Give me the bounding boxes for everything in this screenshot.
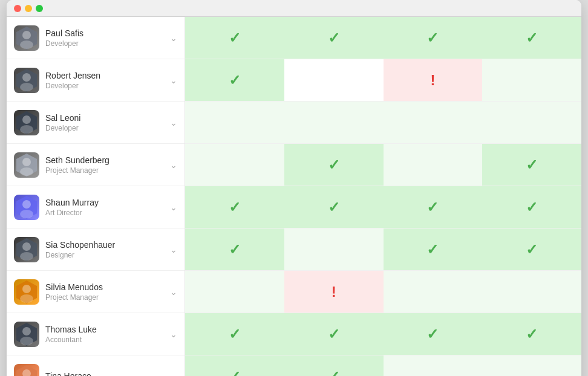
person-role-6: Designer xyxy=(45,251,164,259)
grid-rows: ✓✓✓✓✓!✓✓✓✓✓✓✓✓✓!✓✓✓✓✓✓ xyxy=(185,17,581,376)
svg-point-8 xyxy=(20,125,33,134)
grid-row-7: ! xyxy=(185,271,581,313)
svg-point-7 xyxy=(22,115,31,124)
check-icon: ✓ xyxy=(526,241,538,258)
svg-point-5 xyxy=(20,83,33,91)
people-panel: Paul SafisDeveloper⌄ Robert JensenDevelo… xyxy=(7,17,185,376)
check-icon: ✓ xyxy=(229,199,241,216)
chevron-icon-1[interactable]: ⌄ xyxy=(170,33,177,43)
grid-cell-7-2: ! xyxy=(284,271,384,313)
avatar-8 xyxy=(14,322,39,347)
grid-cell-2-2 xyxy=(284,59,384,101)
person-row-9[interactable]: Tina Horace⌄ xyxy=(7,355,185,376)
person-info-1: Paul SafisDeveloper xyxy=(45,28,164,48)
person-row-8[interactable]: Thomas LukeAccountant⌄ xyxy=(7,313,185,355)
chevron-icon-6[interactable]: ⌄ xyxy=(170,245,177,254)
check-icon: ✓ xyxy=(426,326,439,343)
chevron-icon-7[interactable]: ⌄ xyxy=(170,287,177,297)
grid-cell-2-4 xyxy=(482,59,581,101)
check-icon: ✓ xyxy=(328,368,340,377)
svg-point-23 xyxy=(20,337,33,345)
chevron-icon-3[interactable]: ⌄ xyxy=(170,118,177,128)
check-icon: ✓ xyxy=(328,199,340,216)
grid-cell-3-1 xyxy=(185,102,284,143)
grid-row-8: ✓✓✓✓ xyxy=(185,313,581,355)
person-name-3: Sal Leoni xyxy=(45,113,164,123)
svg-point-1 xyxy=(22,31,31,39)
grid-cell-1-1: ✓ xyxy=(185,17,284,59)
person-role-1: Developer xyxy=(45,39,164,48)
person-row-7[interactable]: Silvia MenudosProject Manager⌄ xyxy=(7,271,185,313)
person-role-5: Art Director xyxy=(45,209,164,217)
person-row-3[interactable]: Sal LeoniDeveloper⌄ xyxy=(7,102,185,144)
person-name-7: Silvia Menudos xyxy=(45,282,164,292)
avatar-3 xyxy=(14,110,39,135)
svg-point-4 xyxy=(22,73,31,82)
grid-row-2: ✓! xyxy=(185,59,581,102)
svg-point-10 xyxy=(22,158,31,166)
check-icon: ✓ xyxy=(526,326,538,343)
person-info-2: Robert JensenDeveloper xyxy=(45,71,164,90)
person-info-7: Silvia MenudosProject Manager xyxy=(45,282,164,302)
titlebar xyxy=(7,0,581,17)
person-role-8: Accountant xyxy=(45,335,164,344)
grid-row-1: ✓✓✓✓ xyxy=(185,17,581,59)
app-window: Paul SafisDeveloper⌄ Robert JensenDevelo… xyxy=(7,0,581,376)
grid-cell-7-3 xyxy=(384,271,483,313)
grid-cell-7-4 xyxy=(482,271,581,313)
check-icon: ✓ xyxy=(229,326,241,343)
person-role-2: Developer xyxy=(45,82,164,90)
person-role-4: Project Manager xyxy=(45,166,164,175)
check-icon: ✓ xyxy=(426,199,439,216)
person-row-4[interactable]: Seth SunderbergProject Manager⌄ xyxy=(7,144,185,186)
maximize-button[interactable] xyxy=(36,5,43,12)
chevron-icon-5[interactable]: ⌄ xyxy=(170,203,177,212)
svg-point-19 xyxy=(22,285,31,293)
grid-row-4: ✓✓ xyxy=(185,144,581,186)
grid-cell-4-1 xyxy=(185,144,284,186)
grid-cell-7-1 xyxy=(185,271,284,313)
grid-row-3 xyxy=(185,102,581,144)
grid-cell-6-3: ✓ xyxy=(384,229,483,270)
check-icon: ✓ xyxy=(426,30,439,47)
check-icon: ✓ xyxy=(229,241,241,258)
grid-cell-5-4: ✓ xyxy=(482,186,581,228)
person-role-3: Developer xyxy=(45,124,164,132)
grid-cell-6-1: ✓ xyxy=(185,229,284,270)
chevron-icon-9[interactable]: ⌄ xyxy=(170,372,177,377)
grid-cell-8-1: ✓ xyxy=(185,313,284,355)
grid-cell-4-4: ✓ xyxy=(482,144,581,186)
chevron-icon-2[interactable]: ⌄ xyxy=(170,76,177,85)
grid-panel: ✓✓✓✓✓!✓✓✓✓✓✓✓✓✓!✓✓✓✓✓✓ xyxy=(185,17,581,376)
avatar-6 xyxy=(14,237,39,262)
svg-point-14 xyxy=(20,210,33,218)
person-row-5[interactable]: Shaun MurrayArt Director⌄ xyxy=(7,186,185,229)
grid-cell-4-3 xyxy=(384,144,483,186)
svg-point-2 xyxy=(20,41,33,49)
grid-cell-5-3: ✓ xyxy=(384,186,483,228)
grid-cell-8-2: ✓ xyxy=(284,313,384,355)
check-icon: ✓ xyxy=(229,72,241,89)
check-icon: ✓ xyxy=(526,30,538,47)
close-button[interactable] xyxy=(14,5,21,12)
grid-cell-6-2 xyxy=(284,229,384,270)
grid-cell-5-2: ✓ xyxy=(284,186,384,228)
grid-cell-9-1: ✓ xyxy=(185,355,284,376)
warning-icon: ! xyxy=(430,72,435,89)
grid-cell-1-3: ✓ xyxy=(384,17,483,59)
grid-cell-3-4 xyxy=(482,102,581,143)
chevron-icon-4[interactable]: ⌄ xyxy=(170,160,177,170)
grid-cell-4-2: ✓ xyxy=(284,144,384,186)
person-row-1[interactable]: Paul SafisDeveloper⌄ xyxy=(7,17,185,59)
chevron-icon-8[interactable]: ⌄ xyxy=(170,329,177,339)
person-row-2[interactable]: Robert JensenDeveloper⌄ xyxy=(7,59,185,102)
person-info-4: Seth SunderbergProject Manager xyxy=(45,155,164,175)
svg-point-11 xyxy=(20,167,33,176)
person-info-9: Tina Horace xyxy=(45,371,164,377)
person-row-6[interactable]: Sia SchopenhauerDesigner⌄ xyxy=(7,229,185,271)
person-name-2: Robert Jensen xyxy=(45,71,164,80)
grid-cell-2-3: ! xyxy=(384,59,483,101)
minimize-button[interactable] xyxy=(25,5,32,12)
grid-cell-2-1: ✓ xyxy=(185,59,284,101)
person-name-5: Shaun Murray xyxy=(45,198,164,207)
